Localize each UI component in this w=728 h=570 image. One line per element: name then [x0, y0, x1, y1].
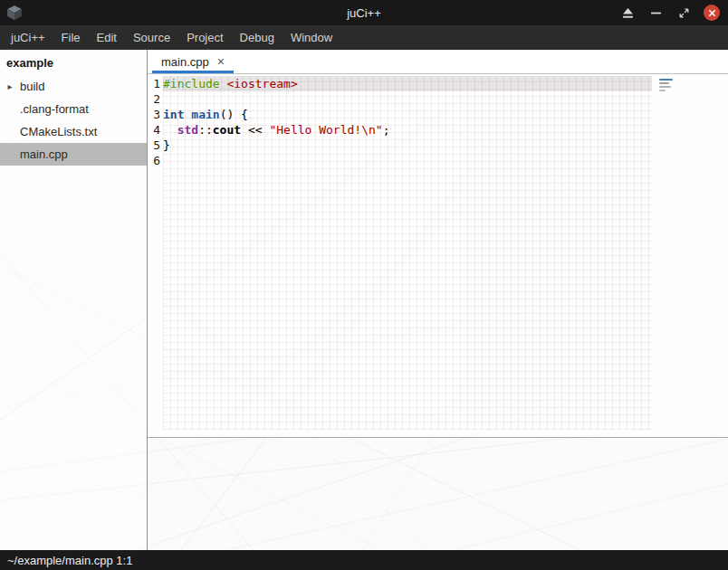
app-window: juCi++	[0, 0, 728, 570]
code-token: int	[163, 108, 184, 121]
window-controls	[619, 0, 720, 25]
line-number-gutter: 123456	[148, 74, 163, 437]
line-number: 1	[148, 76, 160, 91]
status-file-position: ~/example/main.cpp 1:1	[7, 554, 132, 567]
eject-icon[interactable]	[619, 5, 636, 21]
minimize-button[interactable]	[647, 5, 664, 21]
tab-bar: main.cpp×	[148, 50, 728, 74]
menu-item-file[interactable]: File	[53, 25, 89, 50]
app-logo-icon	[6, 5, 23, 21]
code-token: std	[177, 123, 198, 137]
overview-map	[659, 79, 677, 91]
code-token: cout	[213, 123, 241, 137]
sidebar-item-main-cpp[interactable]: main.cpp	[0, 143, 147, 166]
sidebar-item-build[interactable]: ▸build	[0, 75, 147, 98]
code-token: "Hello World!\n"	[269, 123, 382, 137]
file-label: CMakeLists.txt	[20, 125, 97, 138]
code-line: #include <iostream>	[163, 76, 652, 91]
code-token: ;	[383, 123, 390, 137]
code-token: ::	[198, 123, 213, 137]
file-label: .clang-format	[20, 102, 89, 116]
tab-main-cpp[interactable]: main.cpp×	[152, 50, 234, 73]
line-number: 6	[148, 153, 160, 168]
tab-label: main.cpp	[161, 55, 209, 69]
menu-item-window[interactable]: Window	[283, 25, 340, 50]
code-token: () {	[220, 108, 248, 121]
file-label: build	[20, 80, 44, 93]
editor-pane[interactable]: 123456 #include <iostream>int main() { s…	[148, 74, 728, 437]
main-panel: main.cpp× 123456 #include <iostream>int …	[148, 50, 728, 550]
code-token: <iostream>	[226, 77, 297, 90]
line-number: 5	[148, 138, 160, 153]
code-token: }	[163, 138, 170, 152]
code-area[interactable]: #include <iostream>int main() { std::cou…	[163, 76, 652, 430]
menubar: juCi++FileEditSourceProjectDebugWindow	[0, 25, 728, 50]
restore-button[interactable]	[675, 5, 692, 21]
code-line: std::cout << "Hello World!\n";	[163, 122, 652, 138]
expander-icon[interactable]: ▸	[0, 81, 20, 91]
line-number: 4	[148, 122, 160, 138]
code-token	[163, 123, 177, 137]
sidebar-item--clang-format[interactable]: .clang-format	[0, 98, 147, 120]
file-tree-sidebar: example ▸build.clang-formatCMakeLists.tx…	[0, 50, 148, 550]
statusbar: ~/example/main.cpp 1:1	[0, 550, 728, 570]
project-root-label[interactable]: example	[0, 50, 147, 75]
sidebar-item-cmakelists-txt[interactable]: CMakeLists.txt	[0, 120, 147, 143]
code-line	[163, 153, 652, 168]
code-line: int main() {	[163, 107, 652, 122]
tab-close-icon[interactable]: ×	[217, 55, 225, 68]
file-tree: ▸build.clang-formatCMakeLists.txtmain.cp…	[0, 75, 147, 166]
menu-item-project[interactable]: Project	[178, 25, 231, 50]
code-token: main	[191, 108, 219, 121]
menu-item-source[interactable]: Source	[125, 25, 178, 50]
content-area: example ▸build.clang-formatCMakeLists.tx…	[0, 50, 728, 550]
code-token: #include	[163, 77, 220, 90]
titlebar[interactable]: juCi++	[0, 0, 728, 25]
code-token: <<	[241, 123, 269, 137]
line-number: 2	[148, 91, 160, 107]
file-label: main.cpp	[20, 147, 68, 161]
menu-item-debug[interactable]: Debug	[232, 25, 283, 50]
menu-item-juci-[interactable]: juCi++	[3, 25, 53, 50]
line-number: 3	[148, 107, 160, 122]
close-button[interactable]	[704, 5, 720, 21]
terminal-pane[interactable]	[148, 437, 728, 550]
code-line	[163, 91, 652, 107]
menu-item-edit[interactable]: Edit	[89, 25, 125, 50]
code-line: }	[163, 138, 652, 153]
